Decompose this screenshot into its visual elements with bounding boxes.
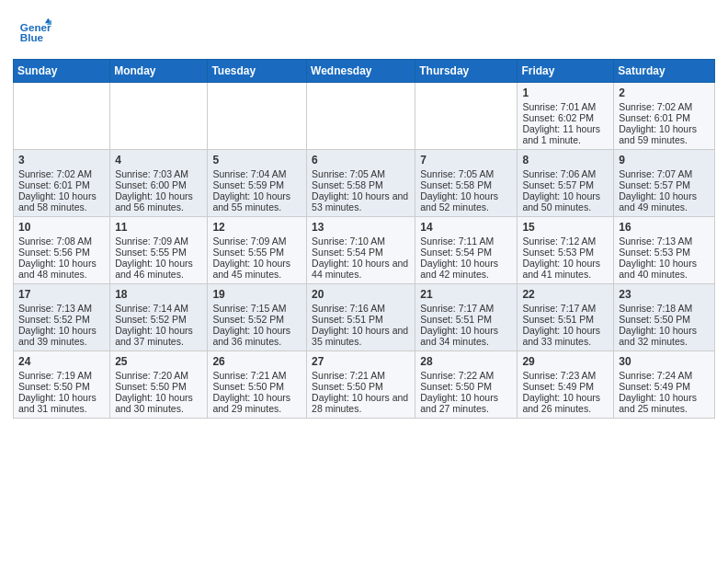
sunrise-text: Sunrise: 7:05 AM <box>420 168 494 179</box>
weekday-header: Sunday <box>14 60 110 83</box>
calendar-cell: 25Sunrise: 7:20 AMSunset: 5:50 PMDayligh… <box>110 351 208 419</box>
sunset-text: Sunset: 5:50 PM <box>115 381 187 392</box>
calendar-cell: 1Sunrise: 7:01 AMSunset: 6:02 PMDaylight… <box>518 83 614 150</box>
daylight-text: Daylight: 10 hours and 27 minutes. <box>420 392 498 414</box>
day-number: 23 <box>619 288 710 301</box>
sunrise-text: Sunrise: 7:15 AM <box>212 303 286 314</box>
sunrise-text: Sunrise: 7:12 AM <box>522 236 596 247</box>
day-number: 2 <box>619 86 710 99</box>
calendar-cell: 8Sunrise: 7:06 AMSunset: 5:57 PMDaylight… <box>518 150 614 217</box>
sunrise-text: Sunrise: 7:03 AM <box>115 168 188 179</box>
day-number: 27 <box>312 355 410 368</box>
calendar-cell: 13Sunrise: 7:10 AMSunset: 5:54 PMDayligh… <box>307 217 415 284</box>
calendar-cell: 27Sunrise: 7:21 AMSunset: 5:50 PMDayligh… <box>307 351 415 419</box>
day-number: 11 <box>115 221 202 234</box>
calendar-cell: 12Sunrise: 7:09 AMSunset: 5:55 PMDayligh… <box>208 217 307 284</box>
daylight-text: Daylight: 10 hours and 45 minutes. <box>212 258 290 280</box>
daylight-text: Daylight: 10 hours and 37 minutes. <box>115 325 193 347</box>
day-number: 24 <box>18 355 105 368</box>
sunset-text: Sunset: 5:56 PM <box>18 247 90 258</box>
calendar-cell: 14Sunrise: 7:11 AMSunset: 5:54 PMDayligh… <box>415 217 518 284</box>
sunset-text: Sunset: 5:50 PM <box>18 381 90 392</box>
calendar-cell <box>208 83 307 150</box>
day-number: 18 <box>115 288 202 301</box>
sunset-text: Sunset: 5:49 PM <box>522 381 594 392</box>
sunrise-text: Sunrise: 7:18 AM <box>619 303 692 314</box>
sunset-text: Sunset: 5:54 PM <box>420 247 492 258</box>
day-number: 3 <box>18 154 105 167</box>
sunset-text: Sunset: 5:50 PM <box>420 381 492 392</box>
sunrise-text: Sunrise: 7:16 AM <box>312 303 385 314</box>
calendar-cell <box>110 83 208 150</box>
weekday-header: Wednesday <box>307 60 415 83</box>
calendar-cell: 2Sunrise: 7:02 AMSunset: 6:01 PMDaylight… <box>614 83 715 150</box>
sunrise-text: Sunrise: 7:19 AM <box>18 370 92 381</box>
sunset-text: Sunset: 5:52 PM <box>115 314 187 325</box>
daylight-text: Daylight: 10 hours and 26 minutes. <box>522 392 600 414</box>
sunset-text: Sunset: 5:52 PM <box>212 314 284 325</box>
sunset-text: Sunset: 5:58 PM <box>312 179 383 190</box>
calendar-cell: 4Sunrise: 7:03 AMSunset: 6:00 PMDaylight… <box>110 150 208 217</box>
sunset-text: Sunset: 5:53 PM <box>619 247 690 258</box>
day-number: 16 <box>619 221 710 234</box>
sunset-text: Sunset: 5:50 PM <box>212 381 284 392</box>
calendar-week-row: 24Sunrise: 7:19 AMSunset: 5:50 PMDayligh… <box>14 351 715 419</box>
day-number: 21 <box>420 288 512 301</box>
daylight-text: Daylight: 10 hours and 32 minutes. <box>619 325 697 347</box>
sunrise-text: Sunrise: 7:05 AM <box>312 168 385 179</box>
daylight-text: Daylight: 10 hours and 34 minutes. <box>420 325 498 347</box>
sunrise-text: Sunrise: 7:10 AM <box>312 236 385 247</box>
sunset-text: Sunset: 6:01 PM <box>619 112 690 123</box>
daylight-text: Daylight: 10 hours and 46 minutes. <box>115 258 193 280</box>
sunset-text: Sunset: 6:02 PM <box>522 112 594 123</box>
sunset-text: Sunset: 5:58 PM <box>420 179 492 190</box>
day-number: 17 <box>18 288 105 301</box>
sunset-text: Sunset: 5:52 PM <box>18 314 90 325</box>
daylight-text: Daylight: 10 hours and 39 minutes. <box>18 325 97 347</box>
daylight-text: Daylight: 10 hours and 44 minutes. <box>312 258 408 280</box>
calendar-week-row: 3Sunrise: 7:02 AMSunset: 6:01 PMDaylight… <box>14 150 715 217</box>
sunrise-text: Sunrise: 7:13 AM <box>619 236 692 247</box>
day-number: 6 <box>312 154 410 167</box>
daylight-text: Daylight: 10 hours and 31 minutes. <box>18 392 97 414</box>
day-number: 5 <box>212 154 301 167</box>
sunrise-text: Sunrise: 7:17 AM <box>522 303 596 314</box>
sunset-text: Sunset: 5:51 PM <box>420 314 492 325</box>
weekday-header: Thursday <box>415 60 518 83</box>
weekday-header-row: SundayMondayTuesdayWednesdayThursdayFrid… <box>14 60 715 83</box>
calendar-cell: 26Sunrise: 7:21 AMSunset: 5:50 PMDayligh… <box>208 351 307 419</box>
weekday-header: Monday <box>110 60 208 83</box>
calendar-cell: 18Sunrise: 7:14 AMSunset: 5:52 PMDayligh… <box>110 284 208 351</box>
daylight-text: Daylight: 10 hours and 41 minutes. <box>522 258 600 280</box>
calendar-cell: 15Sunrise: 7:12 AMSunset: 5:53 PMDayligh… <box>518 217 614 284</box>
day-number: 25 <box>115 355 202 368</box>
sunset-text: Sunset: 5:55 PM <box>115 247 187 258</box>
sunrise-text: Sunrise: 7:06 AM <box>522 168 596 179</box>
sunset-text: Sunset: 5:57 PM <box>619 179 690 190</box>
sunset-text: Sunset: 5:54 PM <box>312 247 383 258</box>
calendar-cell: 5Sunrise: 7:04 AMSunset: 5:59 PMDaylight… <box>208 150 307 217</box>
sunrise-text: Sunrise: 7:14 AM <box>115 303 188 314</box>
calendar-cell: 22Sunrise: 7:17 AMSunset: 5:51 PMDayligh… <box>518 284 614 351</box>
daylight-text: Daylight: 10 hours and 28 minutes. <box>312 392 408 414</box>
daylight-text: Daylight: 10 hours and 35 minutes. <box>312 325 408 347</box>
daylight-text: Daylight: 10 hours and 53 minutes. <box>312 190 408 213</box>
daylight-text: Daylight: 10 hours and 49 minutes. <box>619 190 697 213</box>
calendar-cell: 11Sunrise: 7:09 AMSunset: 5:55 PMDayligh… <box>110 217 208 284</box>
logo-icon: General Blue <box>18 17 51 50</box>
daylight-text: Daylight: 10 hours and 30 minutes. <box>115 392 193 414</box>
sunrise-text: Sunrise: 7:09 AM <box>212 236 286 247</box>
sunrise-text: Sunrise: 7:09 AM <box>115 236 188 247</box>
day-number: 19 <box>212 288 301 301</box>
sunrise-text: Sunrise: 7:24 AM <box>619 370 692 381</box>
calendar-cell: 7Sunrise: 7:05 AMSunset: 5:58 PMDaylight… <box>415 150 518 217</box>
daylight-text: Daylight: 10 hours and 56 minutes. <box>115 190 193 213</box>
daylight-text: Daylight: 10 hours and 36 minutes. <box>212 325 290 347</box>
calendar-cell: 30Sunrise: 7:24 AMSunset: 5:49 PMDayligh… <box>614 351 715 419</box>
calendar-cell: 3Sunrise: 7:02 AMSunset: 6:01 PMDaylight… <box>14 150 110 217</box>
weekday-header: Saturday <box>614 60 715 83</box>
calendar-cell: 28Sunrise: 7:22 AMSunset: 5:50 PMDayligh… <box>415 351 518 419</box>
daylight-text: Daylight: 10 hours and 59 minutes. <box>619 123 697 145</box>
calendar: SundayMondayTuesdayWednesdayThursdayFrid… <box>0 59 728 428</box>
sunset-text: Sunset: 5:55 PM <box>212 247 284 258</box>
